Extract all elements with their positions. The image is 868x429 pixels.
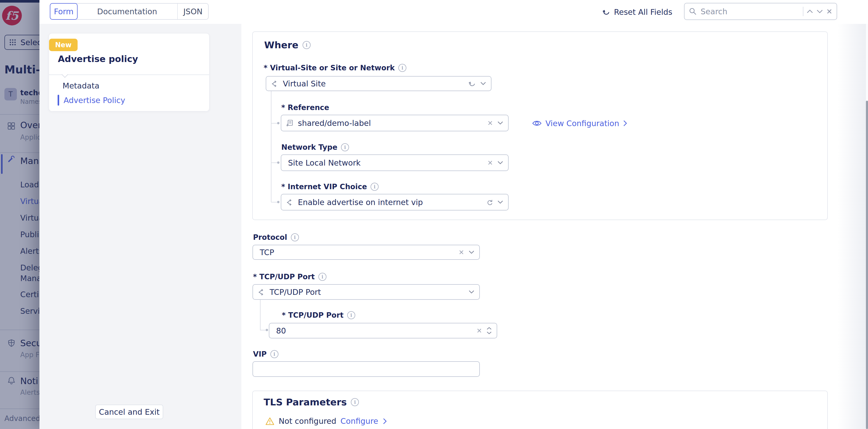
port-choice-select[interactable]: TCP/UDP Port bbox=[252, 284, 480, 300]
warning-icon bbox=[265, 417, 275, 426]
tls-heading: TLS Parameters i bbox=[264, 397, 359, 407]
collapse-notch-icon[interactable] bbox=[62, 71, 68, 78]
tls-parameters-section: TLS Parameters i Not configured Configur… bbox=[252, 391, 828, 429]
vip-label: VIP i bbox=[253, 350, 278, 359]
drawer-header: Form Documentation JSON Reset All Fields bbox=[39, 0, 868, 24]
clear-icon[interactable] bbox=[459, 249, 464, 255]
refresh-icon[interactable] bbox=[486, 198, 493, 206]
reset-label: Reset All Fields bbox=[614, 7, 672, 17]
one-of-branch-icon bbox=[271, 80, 279, 88]
reference-label: * Reference bbox=[281, 103, 329, 112]
clear-icon[interactable] bbox=[487, 120, 493, 126]
internet-vip-label: * Internet VIP Choice i bbox=[281, 182, 379, 191]
info-icon[interactable]: i bbox=[371, 183, 379, 191]
tls-status-text: Not configured bbox=[279, 417, 336, 426]
chevron-down-icon[interactable] bbox=[497, 121, 503, 125]
tree-connector-dot bbox=[277, 201, 279, 203]
stepper-down-icon[interactable] bbox=[486, 331, 492, 335]
tls-configure-link[interactable]: Configure bbox=[340, 417, 378, 426]
scrollbar-thumb[interactable] bbox=[866, 101, 868, 429]
scrollbar-track[interactable] bbox=[866, 24, 868, 429]
number-stepper bbox=[486, 327, 492, 335]
search-prev-icon[interactable] bbox=[806, 9, 813, 14]
reset-all-fields-button[interactable]: Reset All Fields bbox=[601, 0, 672, 24]
tab-form[interactable]: Form bbox=[50, 3, 78, 20]
vip-field bbox=[252, 361, 480, 377]
app-sidebar: f5 Select Multi-Cl T techo Names Over Ap… bbox=[0, 0, 39, 429]
tab-json[interactable]: JSON bbox=[178, 4, 208, 19]
protocol-label: Protocol i bbox=[253, 233, 299, 242]
info-icon[interactable]: i bbox=[270, 350, 278, 358]
protocol-select[interactable]: TCP bbox=[252, 245, 480, 260]
form-column: Where i * Virtual-Site or Site or Networ… bbox=[241, 24, 868, 429]
revert-icon[interactable] bbox=[468, 80, 476, 88]
one-of-branch-icon bbox=[258, 288, 266, 296]
one-of-branch-icon bbox=[286, 198, 294, 206]
virtual-site-label: * Virtual-Site or Site or Network i bbox=[264, 64, 406, 72]
clear-icon[interactable] bbox=[476, 328, 482, 334]
cancel-and-exit-button[interactable]: Cancel and Exit bbox=[95, 405, 163, 419]
chevron-down-icon[interactable] bbox=[497, 161, 503, 165]
tree-connector-dot bbox=[277, 122, 279, 124]
where-heading: Where i bbox=[264, 40, 311, 50]
stepper-active-bar bbox=[58, 95, 59, 105]
info-icon[interactable]: i bbox=[398, 64, 406, 72]
stepper-column: New Advertise policy Metadata Advertise … bbox=[39, 24, 241, 429]
internet-vip-value: Enable advertise on internet vip bbox=[298, 198, 482, 207]
virtual-site-value: Virtual Site bbox=[283, 79, 463, 88]
reference-select[interactable]: shared/demo-label bbox=[281, 115, 508, 131]
network-type-value: Site Local Network bbox=[286, 158, 483, 167]
port-choice-label: * TCP/UDP Port i bbox=[253, 273, 327, 281]
search-icon bbox=[689, 7, 697, 16]
config-drawer: Form Documentation JSON Reset All Fields bbox=[39, 0, 868, 429]
network-type-label: Network Type i bbox=[281, 143, 349, 152]
search-close-icon[interactable] bbox=[826, 8, 832, 14]
tls-status-row: Not configured Configure bbox=[265, 417, 387, 426]
tree-connector-dot bbox=[266, 329, 268, 331]
info-icon[interactable]: i bbox=[341, 143, 349, 151]
info-icon[interactable]: i bbox=[347, 311, 355, 319]
clear-icon[interactable] bbox=[487, 160, 493, 165]
stepper-title: Advertise policy bbox=[58, 54, 138, 64]
where-section: Where i * Virtual-Site or Site or Networ… bbox=[252, 31, 828, 220]
chevron-down-icon[interactable] bbox=[480, 82, 486, 86]
eye-icon bbox=[532, 119, 542, 127]
tree-connector bbox=[260, 300, 260, 330]
reference-doc-icon bbox=[286, 119, 294, 127]
info-icon[interactable]: i bbox=[291, 233, 299, 241]
internet-vip-select[interactable]: Enable advertise on internet vip bbox=[281, 194, 508, 211]
view-configuration-label: View Configuration bbox=[546, 119, 619, 128]
port-number-input[interactable] bbox=[274, 326, 472, 336]
search-input[interactable] bbox=[700, 7, 800, 17]
stepper-item-advertise-policy[interactable]: Advertise Policy bbox=[64, 96, 125, 105]
view-configuration-link[interactable]: View Configuration bbox=[532, 118, 627, 129]
screen: f5 Select Multi-Cl T techo Names Over Ap… bbox=[0, 0, 868, 429]
search-next-icon[interactable] bbox=[816, 9, 823, 14]
port-number-field bbox=[269, 323, 497, 338]
undo-icon bbox=[601, 7, 610, 17]
chevron-down-icon[interactable] bbox=[497, 200, 503, 204]
chevron-right-icon bbox=[382, 418, 387, 425]
chevron-down-icon[interactable] bbox=[468, 250, 475, 254]
vip-input[interactable] bbox=[258, 364, 475, 374]
tab-documentation[interactable]: Documentation bbox=[77, 4, 178, 19]
modal-overlay bbox=[0, 0, 39, 429]
divider bbox=[49, 74, 209, 75]
network-type-select[interactable]: Site Local Network bbox=[281, 154, 508, 171]
virtual-site-select[interactable]: Virtual Site bbox=[266, 76, 492, 91]
search-box bbox=[684, 3, 837, 20]
info-icon[interactable]: i bbox=[303, 41, 311, 49]
chevron-down-icon[interactable] bbox=[468, 290, 475, 294]
stepper-up-icon[interactable] bbox=[486, 327, 492, 330]
protocol-value: TCP bbox=[258, 248, 454, 257]
drawer-body: New Advertise policy Metadata Advertise … bbox=[39, 24, 868, 429]
stepper-card: New Advertise policy Metadata Advertise … bbox=[49, 33, 209, 111]
tree-connector bbox=[271, 91, 272, 202]
where-title: Where bbox=[264, 40, 299, 50]
tls-title: TLS Parameters bbox=[264, 397, 347, 407]
stepper-item-metadata[interactable]: Metadata bbox=[63, 81, 99, 90]
reference-value: shared/demo-label bbox=[298, 119, 483, 128]
info-icon[interactable]: i bbox=[351, 398, 359, 406]
port-number-label: * TCP/UDP Port i bbox=[282, 311, 355, 319]
info-icon[interactable]: i bbox=[318, 273, 327, 281]
